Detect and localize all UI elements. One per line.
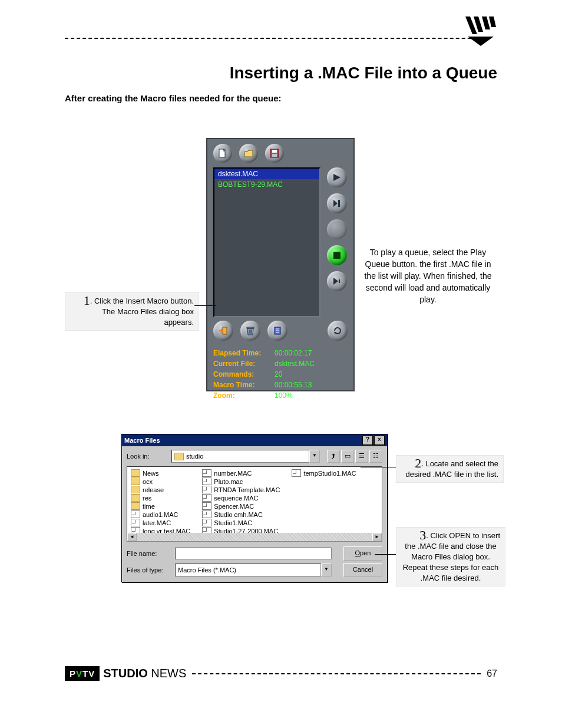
- file-name: time: [143, 503, 155, 510]
- list-item[interactable]: RTNDA Template.MAC: [202, 486, 280, 493]
- loop-icon[interactable]: [328, 321, 348, 341]
- callout-text: desired .MAC file in the list.: [401, 469, 498, 480]
- file-icon: [202, 519, 211, 526]
- file-name: Studio cmh.MAC: [214, 511, 263, 518]
- leader-line: [375, 554, 396, 555]
- list-item[interactable]: number.MAC: [202, 469, 280, 477]
- list-item[interactable]: News: [131, 469, 190, 477]
- footer-logo: PVTV: [65, 666, 100, 681]
- filetype-label: Files of type:: [127, 566, 171, 574]
- folder-icon: [131, 486, 140, 493]
- status-value: 00:00:02.17: [275, 348, 312, 358]
- chevron-down-icon[interactable]: ▼: [309, 450, 320, 463]
- list-item[interactable]: Studio cmh.MAC: [202, 510, 280, 518]
- queue-file-list[interactable]: dsktest.MAC BOBTEST9-29.MAC: [213, 167, 320, 317]
- next-icon[interactable]: [327, 193, 347, 213]
- footer-dashed-rule: [192, 673, 481, 674]
- svg-marker-2: [482, 17, 490, 29]
- filetype-combo[interactable]: Macro Files (*.MAC) ▼: [175, 564, 332, 577]
- list-item[interactable]: release: [131, 486, 190, 493]
- step-icon[interactable]: [327, 271, 347, 291]
- scroll-right-icon[interactable]: ►: [372, 533, 382, 541]
- play-queue-button[interactable]: [327, 245, 347, 265]
- folder-icon: [174, 453, 184, 460]
- file-name: res: [143, 495, 151, 502]
- list-item[interactable]: later.MAC: [131, 519, 190, 526]
- leader-line: [194, 305, 216, 306]
- file-name: release: [143, 486, 164, 493]
- delete-icon[interactable]: [240, 321, 260, 341]
- callout-step2: 2. Locate and select the desired .MAC fi…: [396, 455, 504, 483]
- page-number: 67: [487, 668, 497, 679]
- queue-side-controls: [325, 167, 349, 317]
- help-icon[interactable]: ?: [362, 436, 373, 445]
- scroll-left-icon[interactable]: ◄: [127, 533, 137, 541]
- horizontal-scrollbar[interactable]: ◄ ►: [127, 533, 382, 541]
- svg-marker-10: [333, 200, 338, 207]
- list-item[interactable]: sequence.MAC: [202, 494, 280, 502]
- file-name: number.MAC: [214, 470, 252, 477]
- properties-icon[interactable]: [267, 321, 287, 341]
- file-name: Spencer.MAC: [214, 503, 254, 510]
- file-icon: [202, 469, 211, 477]
- status-label: Commands:: [213, 369, 266, 380]
- svg-rect-8: [272, 154, 277, 157]
- list-item[interactable]: Studio1.MAC: [202, 519, 280, 526]
- cancel-button[interactable]: Cancel: [343, 563, 382, 577]
- top-dashed-rule: [65, 38, 489, 39]
- close-icon[interactable]: ×: [374, 436, 385, 445]
- status-value: dsktest.MAC: [275, 358, 315, 369]
- file-name: audio1.MAC: [143, 511, 178, 518]
- open-button[interactable]: OOpenpen: [343, 546, 382, 561]
- filename-input[interactable]: [175, 548, 332, 559]
- up-one-level-icon[interactable]: ⮭: [327, 450, 340, 463]
- corner-logo-icon: [462, 17, 497, 46]
- list-item[interactable]: audio1.MAC: [131, 510, 190, 518]
- list-item[interactable]: ocx: [131, 477, 190, 485]
- save-file-icon[interactable]: [265, 144, 284, 163]
- queue-status: Elapsed Time:00:00:02.17 Current File:ds…: [207, 344, 353, 403]
- list-item[interactable]: res: [131, 494, 190, 502]
- list-view-icon[interactable]: ☰: [355, 450, 368, 463]
- lookin-combo[interactable]: studio ▼: [171, 450, 320, 463]
- svg-marker-3: [489, 17, 496, 27]
- scroll-track[interactable]: [137, 533, 372, 541]
- new-file-icon[interactable]: [213, 144, 232, 163]
- file-icon: [292, 469, 301, 477]
- list-item[interactable]: tempStudio1.MAC: [292, 469, 356, 477]
- status-label: Macro Time:: [213, 380, 266, 390]
- svg-rect-7: [272, 150, 277, 153]
- svg-marker-12: [333, 278, 338, 285]
- file-list-pane[interactable]: Newsocxreleaserestimeaudio1.MAClater.MAC…: [127, 466, 382, 542]
- chevron-down-icon[interactable]: ▼: [321, 564, 332, 577]
- intro-text: After creating the Macro files needed fo…: [65, 93, 282, 103]
- dialog-title: Macro Files: [124, 437, 160, 444]
- lookin-label: Look in:: [127, 453, 168, 460]
- queue-panel: dsktest.MAC BOBTEST9-29.MAC Elapsed Time…: [206, 138, 355, 391]
- list-item[interactable]: BOBTEST9-29.MAC: [214, 179, 319, 190]
- list-item[interactable]: Spencer.MAC: [202, 502, 280, 510]
- callout-text: the .MAC file and close the Macro Files …: [401, 541, 500, 584]
- details-view-icon[interactable]: ☷: [369, 450, 382, 463]
- record-icon[interactable]: [327, 167, 347, 187]
- status-label: Zoom:: [213, 390, 266, 401]
- queue-toolbar: [207, 139, 353, 167]
- file-name: News: [143, 470, 159, 477]
- open-file-icon[interactable]: [239, 144, 258, 163]
- filename-label: File name:: [127, 550, 171, 557]
- status-label: Elapsed Time:: [213, 348, 266, 358]
- list-item[interactable]: dsktest.MAC: [214, 169, 319, 179]
- status-label: Current File:: [213, 358, 266, 369]
- desktop-icon[interactable]: ▭: [341, 450, 354, 463]
- dialog-titlebar: Macro Files ? ×: [122, 434, 387, 446]
- list-item[interactable]: time: [131, 502, 190, 510]
- insert-macro-button[interactable]: [213, 321, 233, 341]
- callout-text: . Click the Insert Macro button.: [90, 297, 194, 305]
- macro-files-dialog: Macro Files ? × Look in: studio ▼ ⮭ ▭ ☰ …: [121, 434, 388, 582]
- folder-icon: [131, 477, 140, 485]
- file-name: sequence.MAC: [214, 495, 258, 502]
- dialog-nav-icons: ⮭ ▭ ☰ ☷: [327, 450, 382, 463]
- svg-rect-15: [247, 327, 254, 328]
- file-name: later.MAC: [143, 519, 171, 526]
- list-item[interactable]: Pluto.mac: [202, 477, 280, 485]
